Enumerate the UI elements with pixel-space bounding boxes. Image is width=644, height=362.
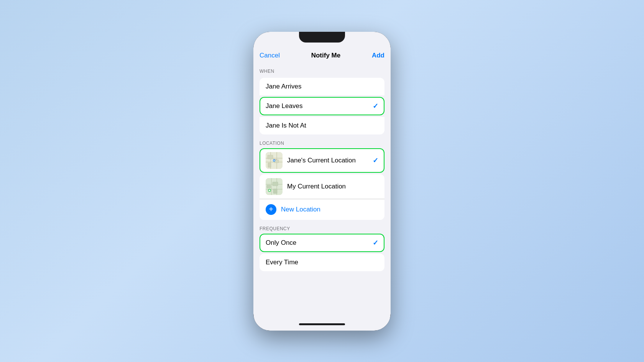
content-scroll[interactable]: WHEN Jane Arrives Jane Leaves ✓ Jane Is … xyxy=(253,62,391,318)
svg-rect-16 xyxy=(267,185,271,188)
jane-leaves-checkmark: ✓ xyxy=(373,102,378,110)
only-once-checkmark: ✓ xyxy=(373,239,378,247)
jane-not-at-text: Jane Is Not At xyxy=(266,122,378,129)
svg-rect-18 xyxy=(273,189,277,193)
phone-notch xyxy=(299,32,345,43)
frequency-section: FREQUENCY Only Once ✓ Every Time xyxy=(253,220,391,271)
jane-leaves-text: Jane Leaves xyxy=(266,102,373,110)
svg-rect-7 xyxy=(268,163,271,167)
janes-location-checkmark: ✓ xyxy=(373,156,378,165)
my-location-thumbnail xyxy=(266,178,283,195)
add-location-icon: + xyxy=(266,204,276,215)
home-indicator xyxy=(253,318,391,331)
location-label: LOCATION xyxy=(253,134,391,148)
every-time-text: Every Time xyxy=(266,259,378,266)
svg-point-20 xyxy=(269,190,270,191)
only-once-item[interactable]: Only Once ✓ xyxy=(260,234,384,252)
jane-arrives-text: Jane Arrives xyxy=(266,83,378,90)
jane-leaves-item[interactable]: Jane Leaves ✓ xyxy=(260,97,384,115)
svg-point-10 xyxy=(274,160,275,161)
phone-screen: Cancel Notify Me Add WHEN Jane Arrives J… xyxy=(253,32,391,331)
new-location-text: New Location xyxy=(281,206,320,213)
frequency-label: FREQUENCY xyxy=(253,220,391,234)
svg-rect-14 xyxy=(271,178,272,195)
janes-location-thumbnail xyxy=(266,152,283,169)
svg-rect-17 xyxy=(273,182,278,186)
my-current-location-text: My Current Location xyxy=(287,183,378,190)
add-button[interactable]: Add xyxy=(372,52,384,59)
janes-current-location-item[interactable]: Jane's Current Location ✓ xyxy=(260,148,384,173)
jane-not-at-item[interactable]: Jane Is Not At xyxy=(260,117,384,134)
my-current-location-item[interactable]: My Current Location xyxy=(260,174,384,199)
home-bar xyxy=(299,323,345,325)
only-once-text: Only Once xyxy=(266,239,373,247)
jane-arrives-item[interactable]: Jane Arrives xyxy=(260,78,384,95)
phone-shell: Cancel Notify Me Add WHEN Jane Arrives J… xyxy=(253,32,391,331)
location-section: LOCATION xyxy=(253,134,391,220)
janes-current-location-text: Jane's Current Location xyxy=(287,157,373,164)
every-time-item[interactable]: Every Time xyxy=(260,254,384,271)
other-location-group: My Current Location + New Location xyxy=(260,174,384,220)
page-title: Notify Me xyxy=(311,52,341,59)
when-label: WHEN xyxy=(253,62,391,76)
when-section: WHEN Jane Arrives Jane Leaves ✓ Jane Is … xyxy=(253,62,391,134)
cancel-button[interactable]: Cancel xyxy=(260,52,280,59)
new-location-item[interactable]: + New Location xyxy=(260,199,384,220)
svg-rect-5 xyxy=(268,155,273,159)
